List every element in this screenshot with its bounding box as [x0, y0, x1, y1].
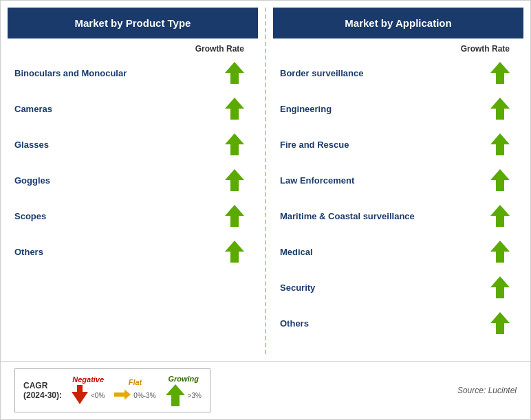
right-items-list: Border surveillance Engineering Fire and… — [266, 55, 530, 341]
right-item-arrow-4 — [490, 205, 510, 227]
left-panel-header: Market by Product Type — [8, 8, 258, 38]
left-item-row: Others — [1, 234, 265, 269]
svg-marker-9 — [490, 169, 510, 191]
right-item-label-0: Border surveillance — [280, 68, 490, 78]
right-growth-rate-label: Growth Rate — [266, 38, 530, 55]
legend-growing: Growing >3% — [166, 375, 202, 406]
left-item-arrow-0 — [225, 62, 244, 84]
right-item-row: Maritime & Coastal surveillance — [266, 198, 530, 234]
right-item-arrow-1 — [490, 98, 510, 120]
legend-flat: Flat 0%-3% — [114, 378, 155, 404]
right-item-row: Fire and Rescue — [266, 126, 530, 162]
right-item-arrow-2 — [490, 133, 510, 155]
left-panel: Market by Product Type Growth Rate Binoc… — [1, 1, 265, 361]
right-item-label-2: Fire and Rescue — [280, 140, 490, 150]
negative-label: Negative — [72, 375, 104, 384]
svg-marker-2 — [225, 133, 244, 155]
left-growth-rate-label: Growth Rate — [1, 38, 265, 55]
right-item-label-3: Law Enforcement — [280, 175, 490, 186]
right-item-row: Border surveillance — [266, 55, 530, 91]
growing-arrow-icon — [166, 384, 185, 406]
right-item-arrow-5 — [490, 241, 510, 263]
left-item-arrow-2 — [225, 133, 244, 155]
right-item-row: Engineering — [266, 91, 530, 126]
svg-marker-0 — [225, 62, 244, 84]
right-item-row: Security — [266, 269, 530, 305]
svg-marker-6 — [490, 62, 510, 84]
left-items-list: Binoculars and Monocular Cameras Glasses… — [1, 55, 265, 269]
bottom-bar: CAGR(2024-30): Negative <0% Flat — [1, 361, 530, 419]
svg-marker-16 — [166, 384, 185, 406]
left-item-label-2: Glasses — [14, 140, 225, 150]
legend-box: CAGR(2024-30): Negative <0% Flat — [14, 368, 210, 412]
left-item-arrow-5 — [225, 241, 244, 263]
flat-label: Flat — [129, 378, 142, 386]
left-panel-title: Market by Product Type — [75, 17, 191, 29]
svg-marker-11 — [490, 241, 510, 263]
left-item-row: Glasses — [1, 126, 265, 162]
svg-marker-15 — [114, 389, 131, 399]
left-item-label-3: Goggles — [14, 175, 225, 186]
negative-sublabel: <0% — [91, 392, 105, 399]
right-item-row: Others — [266, 305, 530, 341]
right-item-arrow-7 — [490, 312, 510, 334]
flat-sublabel: 0%-3% — [133, 392, 155, 399]
right-item-label-1: Engineering — [280, 104, 490, 114]
left-item-arrow-4 — [225, 205, 244, 227]
left-item-row: Cameras — [1, 91, 265, 126]
right-item-row: Medical — [266, 234, 530, 269]
svg-marker-12 — [490, 276, 510, 298]
main-content: Market by Product Type Growth Rate Binoc… — [1, 1, 530, 361]
cagr-label: CAGR(2024-30): — [23, 381, 62, 400]
left-item-label-5: Others — [14, 247, 225, 257]
svg-marker-13 — [490, 312, 510, 334]
left-item-row: Binoculars and Monocular — [1, 55, 265, 91]
right-item-arrow-3 — [490, 169, 510, 191]
svg-marker-7 — [490, 98, 510, 120]
legend-negative: Negative <0% — [72, 375, 105, 406]
svg-marker-4 — [225, 205, 244, 227]
right-item-arrow-0 — [490, 62, 510, 84]
right-panel-title: Market by Application — [345, 17, 451, 29]
svg-marker-10 — [490, 205, 510, 227]
left-item-label-4: Scopes — [14, 211, 225, 221]
svg-marker-5 — [225, 241, 244, 263]
left-item-label-0: Binoculars and Monocular — [14, 68, 225, 78]
svg-marker-3 — [225, 169, 244, 191]
svg-marker-1 — [225, 98, 244, 120]
right-item-label-5: Medical — [280, 247, 490, 257]
right-item-arrow-6 — [490, 276, 510, 298]
right-panel: Market by Application Growth Rate Border… — [266, 1, 530, 361]
right-panel-header: Market by Application — [273, 8, 523, 38]
growing-label: Growing — [168, 375, 199, 383]
left-item-row: Scopes — [1, 198, 265, 234]
left-item-arrow-1 — [225, 98, 244, 120]
growing-sublabel: >3% — [188, 392, 202, 399]
right-item-row: Law Enforcement — [266, 162, 530, 198]
right-item-label-4: Maritime & Coastal surveillance — [280, 211, 490, 221]
right-item-label-7: Others — [280, 318, 490, 329]
left-item-row: Goggles — [1, 162, 265, 198]
svg-marker-8 — [490, 133, 510, 155]
flat-arrow-icon — [114, 388, 131, 404]
source-label: Source: Lucintel — [457, 386, 517, 395]
left-item-arrow-3 — [225, 169, 244, 191]
svg-marker-14 — [72, 385, 88, 404]
right-item-label-6: Security — [280, 283, 490, 293]
left-item-label-1: Cameras — [14, 104, 225, 114]
negative-arrow-icon — [72, 385, 88, 406]
